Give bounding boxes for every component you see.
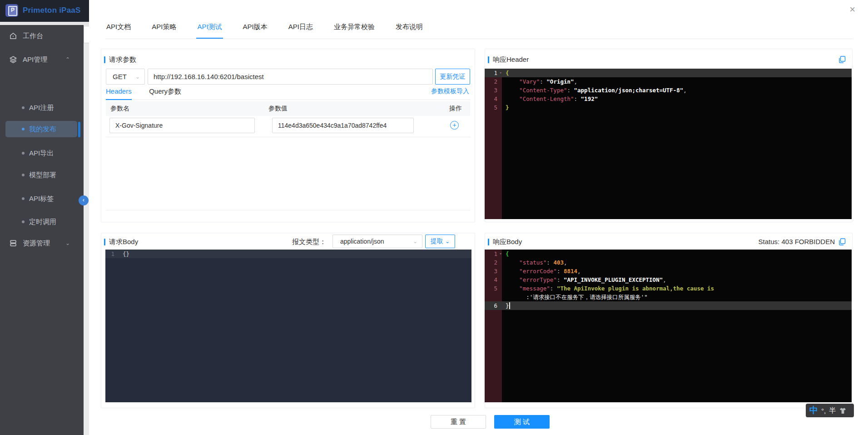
sidebar-item-my-publish[interactable]: 我的发布 — [5, 121, 77, 137]
sidebar-collapse-button[interactable]: ‹ — [79, 195, 89, 205]
row-divider — [106, 137, 470, 137]
code-line: 1▾{ — [485, 250, 852, 258]
bullet-icon — [22, 220, 25, 223]
api-test-modal: × API文档 API策略 API测试 API版本 API日志 业务异常校验 发… — [89, 0, 868, 435]
topbar-bottom-strip — [0, 22, 89, 25]
tab-publish-notes[interactable]: 发布说明 — [395, 16, 424, 39]
param-subtabs: Headers Query参数 参数模板导入 — [106, 87, 470, 100]
tab-api-version[interactable]: API版本 — [242, 16, 268, 39]
test-button[interactable]: 测 试 — [494, 415, 550, 429]
col-param-name: 参数名 — [106, 105, 268, 113]
bullet-icon — [22, 128, 25, 130]
sidebar: 工作台 API管理 ⌃ API注册 我的发布 API导出 模型部署 API标签 — [0, 25, 84, 435]
ime-halfwidth-indicator: 半 — [829, 406, 836, 415]
primeton-logo-icon — [5, 4, 18, 17]
add-param-icon[interactable]: + — [450, 121, 459, 130]
sidebar-item-label: 工作台 — [23, 32, 43, 40]
line-number: 5 — [485, 103, 502, 112]
message-type-label: 报文类型： — [292, 238, 326, 246]
app-logo: Primeton iPaaS — [0, 0, 89, 17]
request-body-editor[interactable]: 1{} — [105, 250, 471, 402]
request-params-panel: 请求参数 GET ⌄ 更新凭证 Headers Query参数 参数模板导入 参… — [101, 49, 475, 222]
section-title: 响应Header — [488, 55, 529, 64]
sidebar-group-api-management[interactable]: API管理 ⌃ — [0, 50, 84, 69]
title-accent-bar — [104, 56, 105, 63]
sidebar-item-api-export[interactable]: API导出 — [0, 145, 84, 161]
request-url-input[interactable] — [148, 69, 433, 85]
title-accent-bar — [488, 239, 489, 245]
section-title: 请求参数 — [104, 55, 136, 64]
response-header-panel: 响应Header 1▾{2 "Vary": "Origin",3 "Conten… — [485, 49, 853, 222]
code-line: 5} — [485, 103, 852, 112]
tab-api-log[interactable]: API日志 — [288, 16, 314, 39]
panel-title: 响应Body — [493, 238, 522, 246]
param-value-input[interactable] — [272, 118, 414, 133]
code-line: 1{} — [105, 250, 471, 258]
copy-icon[interactable] — [838, 56, 846, 63]
http-method-select[interactable]: GET ⌄ — [106, 69, 145, 85]
line-number: 4 — [485, 275, 502, 284]
database-icon — [9, 239, 17, 247]
copy-icon[interactable] — [838, 238, 846, 245]
reset-button[interactable]: 重 置 — [431, 415, 486, 429]
sidebar-item-scheduled-call[interactable]: 定时调用 — [0, 214, 84, 230]
param-template-import-link[interactable]: 参数模板导入 — [431, 87, 469, 95]
chevron-down-icon[interactable]: ⌄ — [65, 240, 70, 246]
line-number: 3 — [485, 86, 502, 95]
ime-punctuation-indicator: °, — [821, 407, 826, 415]
response-header-editor[interactable]: 1▾{2 "Vary": "Origin",3 "Content-Type": … — [485, 69, 852, 219]
sidebar-item-label: API导出 — [29, 149, 54, 158]
refresh-credential-button[interactable]: 更新凭证 — [435, 69, 470, 85]
subtab-query-params[interactable]: Query参数 — [149, 87, 181, 100]
fold-caret-icon[interactable]: ▾ — [500, 250, 502, 258]
ime-skin-icon — [839, 407, 847, 414]
code-line: 4 "errorType": "API_INVOKE_PLUGIN_EXCEPT… — [485, 275, 852, 284]
tab-api-doc[interactable]: API文档 — [105, 16, 132, 39]
line-number — [485, 293, 502, 301]
response-body-editor[interactable]: 1▾{2 "status": 403,3 "errorCode": 8814,4… — [485, 250, 852, 402]
extract-label: 提取 — [431, 237, 443, 245]
sidebar-item-label: API标签 — [29, 195, 54, 203]
line-number: 2 — [485, 258, 502, 267]
active-item-indicator — [78, 122, 80, 137]
sidebar-item-label: API注册 — [29, 104, 54, 112]
code-line: 5 "message": "The ApiInvoke plugin is ab… — [485, 284, 852, 293]
tab-business-exception-check[interactable]: 业务异常校验 — [333, 16, 376, 39]
ime-language-indicator: 中 — [809, 405, 818, 416]
sidebar-item-model-deploy[interactable]: 模型部署 — [0, 167, 84, 183]
subtab-headers[interactable]: Headers — [106, 87, 132, 100]
param-name-input[interactable] — [109, 118, 255, 133]
table-bottom-divider — [106, 210, 470, 210]
chevron-up-icon[interactable]: ⌃ — [65, 56, 70, 63]
chevron-down-icon: ⌄ — [445, 238, 450, 245]
line-number: 3 — [485, 267, 502, 275]
line-number: 5 — [485, 284, 502, 293]
modal-tabs: API文档 API策略 API测试 API版本 API日志 业务异常校验 发布说… — [105, 16, 853, 39]
ime-statusbar[interactable]: 中 °, 半 — [806, 404, 854, 417]
sidebar-item-api-register[interactable]: API注册 — [0, 100, 84, 116]
message-type-select[interactable]: application/json ⌄ — [332, 235, 422, 248]
method-value: GET — [113, 73, 127, 80]
tab-api-test[interactable]: API测试 — [196, 16, 223, 39]
line-number: 6 — [485, 301, 502, 310]
col-param-value: 参数值 — [268, 105, 432, 113]
fold-caret-icon[interactable]: ▾ — [500, 69, 502, 77]
code-line: 4 "Content-Length": "192" — [485, 95, 852, 103]
home-icon — [9, 32, 17, 40]
extract-button[interactable]: 提取⌄ — [425, 235, 455, 248]
line-number: 1▾ — [485, 250, 502, 258]
tab-api-policy[interactable]: API策略 — [151, 16, 177, 39]
code-line: 2 "status": 403, — [485, 258, 852, 267]
sidebar-item-workbench[interactable]: 工作台 — [0, 27, 84, 45]
code-line: 3 "Content-Type": "application/json;char… — [485, 86, 852, 95]
request-body-panel: 请求Body 报文类型： application/json ⌄ 提取⌄ 1{} — [101, 233, 475, 408]
sidebar-group-resource-management[interactable]: 资源管理 ⌄ — [0, 234, 84, 252]
message-type-value: application/json — [340, 238, 384, 245]
line-number: 1 — [105, 250, 119, 258]
panel-title: 响应Header — [493, 55, 529, 64]
screen: Primeton iPaaS 工作台 API管理 ⌃ API注册 我的发布 AP… — [0, 0, 868, 435]
sidebar-group-label: API管理 — [23, 55, 47, 64]
sidebar-item-api-tags[interactable]: API标签 — [0, 190, 84, 207]
text-cursor — [509, 302, 510, 309]
close-icon[interactable]: × — [849, 4, 855, 15]
